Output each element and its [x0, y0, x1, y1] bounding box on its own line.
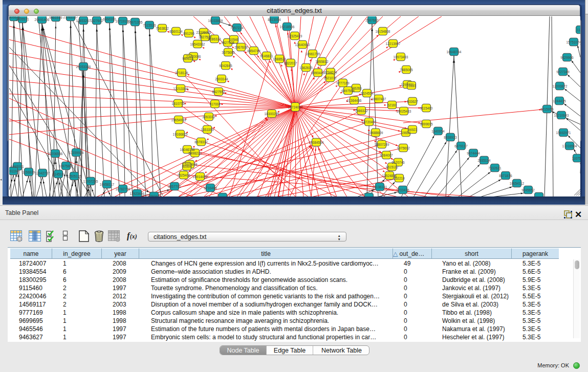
svg-text:7357224: 7357224	[230, 26, 244, 30]
svg-text:2718126: 2718126	[175, 71, 188, 75]
svg-text:9857791: 9857791	[168, 185, 181, 188]
svg-text:1621072: 1621072	[323, 76, 337, 80]
svg-text:10546: 10546	[229, 38, 238, 41]
svg-text:3624554: 3624554	[360, 92, 374, 95]
svg-text:9329966: 9329966	[560, 56, 574, 59]
svg-text:8660124: 8660124	[169, 30, 183, 33]
svg-text:10654112: 10654112	[510, 182, 525, 185]
svg-text:10973493: 10973493	[394, 55, 408, 59]
svg-text:391194: 391194	[9, 169, 19, 173]
svg-text:18807249: 18807249	[375, 143, 389, 146]
svg-text:989613: 989613	[182, 57, 193, 60]
svg-text:2967608: 2967608	[234, 46, 248, 49]
svg-text:75115: 75115	[407, 84, 416, 87]
svg-text:1112: 1112	[577, 28, 580, 32]
svg-text:9961519: 9961519	[49, 16, 62, 19]
svg-text:16648784: 16648784	[447, 50, 462, 54]
svg-text:7663822: 7663822	[156, 27, 169, 30]
svg-text:10958117: 10958117	[100, 183, 115, 186]
svg-text:19654933: 19654933	[171, 118, 186, 122]
svg-text:1362615: 1362615	[299, 66, 313, 70]
svg-text:16543362: 16543362	[190, 42, 205, 46]
svg-text:9146821: 9146821	[260, 54, 273, 58]
svg-text:20206556: 20206556	[48, 152, 63, 156]
svg-text:9777169: 9777169	[336, 81, 350, 85]
svg-text:417004: 417004	[209, 102, 221, 106]
svg-text:12923446: 12923446	[130, 192, 145, 195]
svg-text:9245652: 9245652	[521, 188, 535, 192]
svg-text:8678312: 8678312	[194, 140, 208, 144]
svg-text:5498222: 5498222	[188, 151, 202, 155]
svg-text:6497568: 6497568	[341, 89, 355, 93]
svg-text:18300295: 18300295	[265, 112, 279, 116]
svg-text:12942737: 12942737	[35, 171, 50, 175]
svg-text:94923: 94923	[408, 128, 417, 132]
svg-text:16671355: 16671355	[128, 20, 143, 24]
svg-text:9899695: 9899695	[420, 122, 433, 126]
svg-text:10688609: 10688609	[368, 131, 383, 135]
svg-text:17359924: 17359924	[69, 151, 84, 155]
svg-text:20691406: 20691406	[35, 18, 50, 21]
svg-text:8990443: 8990443	[311, 71, 324, 75]
svg-text:1156829: 1156829	[23, 170, 35, 174]
svg-text:3263312: 3263312	[202, 115, 215, 119]
svg-text:6879197: 6879197	[454, 144, 468, 148]
svg-text:7632621: 7632621	[488, 166, 502, 170]
svg-text:19218506: 19218506	[280, 25, 295, 29]
svg-text:9084067: 9084067	[380, 154, 393, 157]
svg-text:23226055: 23226055	[197, 31, 211, 34]
svg-text:8938923: 8938923	[444, 136, 457, 139]
svg-text:5716485: 5716485	[204, 186, 217, 190]
svg-text:1244415: 1244415	[553, 99, 566, 103]
svg-text:10025433: 10025433	[397, 110, 411, 113]
svg-text:10807487: 10807487	[372, 97, 386, 101]
svg-text:17957255: 17957255	[83, 180, 98, 183]
svg-text:1353359: 1353359	[201, 128, 214, 132]
svg-text:16782759: 16782759	[116, 187, 130, 191]
svg-text:10853267: 10853267	[76, 19, 91, 23]
svg-text:2405571: 2405571	[16, 17, 29, 21]
svg-text:8471876: 8471876	[499, 174, 512, 178]
svg-text:1588520: 1588520	[273, 57, 286, 61]
svg-text:9474444: 9474444	[467, 151, 480, 155]
svg-text:7485065: 7485065	[400, 68, 413, 72]
svg-text:114519: 114519	[53, 172, 64, 176]
svg-text:12505135: 12505135	[67, 174, 82, 178]
svg-text:9115460: 9115460	[420, 106, 433, 110]
svg-text:10975887: 10975887	[59, 164, 74, 168]
svg-text:6466160: 6466160	[103, 17, 116, 21]
svg-text:20053346: 20053346	[76, 65, 91, 69]
svg-text:12213369: 12213369	[173, 87, 188, 91]
svg-text:8813054: 8813054	[268, 18, 281, 21]
svg-text:16154808: 16154808	[376, 30, 390, 33]
svg-text:16914479: 16914479	[193, 175, 208, 179]
svg-text:1640954: 1640954	[431, 129, 445, 133]
svg-text:533627: 533627	[407, 100, 418, 103]
svg-text:2603144: 2603144	[215, 77, 228, 81]
svg-text:12213967: 12213967	[386, 42, 401, 46]
svg-text:13640910: 13640910	[295, 43, 310, 47]
svg-text:12325419: 12325419	[288, 34, 302, 38]
svg-text:10961755: 10961755	[306, 52, 320, 56]
svg-text:12093872: 12093872	[553, 84, 568, 88]
svg-text:8186323: 8186323	[208, 37, 221, 41]
svg-text:252214: 252214	[394, 177, 405, 180]
svg-text:15751074: 15751074	[567, 40, 580, 44]
svg-text:1975692: 1975692	[397, 146, 410, 150]
svg-text:9242845: 9242845	[219, 64, 232, 68]
svg-text:16033809: 16033809	[208, 19, 223, 23]
svg-text:116753: 116753	[572, 157, 580, 160]
svg-text:8454749: 8454749	[247, 49, 260, 53]
svg-text:18720407: 18720407	[362, 120, 377, 124]
svg-text:891295: 891295	[183, 32, 194, 35]
svg-text:6120746: 6120746	[391, 161, 405, 164]
svg-text:1733426: 1733426	[396, 188, 409, 192]
svg-text:7625402: 7625402	[177, 173, 190, 177]
svg-text:7515526: 7515526	[143, 24, 156, 27]
svg-text:6794024: 6794024	[324, 71, 337, 74]
svg-text:19654: 19654	[401, 131, 410, 135]
svg-text:2935114: 2935114	[478, 159, 491, 162]
svg-text:19166825: 19166825	[173, 133, 188, 136]
svg-text:8322037: 8322037	[284, 61, 297, 65]
svg-text:9827508: 9827508	[221, 41, 234, 45]
